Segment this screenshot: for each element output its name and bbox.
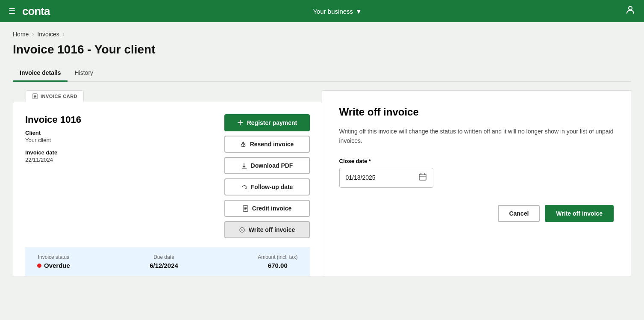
due-date-value: 6/12/2024 — [150, 262, 178, 269]
followup-date-button[interactable]: Follow-up date — [224, 178, 310, 196]
invoice-status-value: Overdue — [44, 262, 70, 269]
writeoff-panel: Write off invoice Writing off this invoi… — [322, 90, 632, 276]
followup-date-label: Follow-up date — [251, 184, 293, 190]
amount-value: 670.00 — [258, 262, 297, 269]
content-grid: INVOICE CARD Invoice 1016 Client Your cl… — [13, 90, 631, 276]
writeoff-invoice-label: Write off invoice — [249, 226, 295, 233]
amount-label: Amount (incl. tax) — [258, 254, 297, 260]
invoice-date-label: Invoice date — [25, 149, 81, 156]
svg-point-12 — [240, 228, 244, 232]
page-title: Invoice 1016 - Your client — [13, 43, 631, 56]
invoice-number: Invoice 1016 — [25, 114, 81, 125]
invoice-status-label: Invoice status — [37, 254, 70, 260]
writeoff-invoice-button[interactable]: Write off invoice — [224, 221, 310, 238]
breadcrumb-home[interactable]: Home — [13, 31, 29, 38]
due-date-item: Due date 6/12/2024 — [150, 254, 178, 269]
resend-invoice-label: Resend invoice — [250, 141, 294, 148]
svg-point-13 — [241, 229, 241, 230]
breadcrumb-sep-2: › — [63, 31, 65, 37]
business-selector[interactable]: Your business ▼ — [313, 8, 362, 15]
client-label: Client — [25, 130, 81, 136]
invoice-card: Invoice 1016 Client Your client Invoice … — [13, 102, 322, 276]
business-name: Your business — [313, 8, 353, 15]
svg-point-0 — [629, 6, 632, 10]
close-date-label: Close date * — [339, 158, 614, 164]
credit-invoice-label: Credit invoice — [252, 205, 292, 212]
register-payment-label: Register payment — [247, 119, 297, 126]
svg-rect-15 — [419, 174, 426, 180]
invoice-card-tab[interactable]: INVOICE CARD — [26, 90, 84, 102]
overdue-dot — [37, 264, 41, 268]
register-payment-button[interactable]: Register payment — [224, 114, 310, 131]
invoice-status-item: Invoice status Overdue — [37, 254, 70, 269]
invoice-card-tab-label: INVOICE CARD — [41, 94, 77, 99]
writeoff-description: Writing off this invoice will change the… — [339, 127, 614, 146]
calendar-icon[interactable] — [418, 172, 427, 183]
action-buttons: Register payment Resend invoice — [224, 114, 310, 238]
invoice-date-value: 22/11/2024 — [25, 157, 81, 163]
writeoff-actions: Cancel Write off invoice — [339, 205, 614, 222]
main-content: Home › Invoices › Invoice 1016 - Your cl… — [0, 22, 644, 285]
credit-invoice-button[interactable]: Credit invoice — [224, 200, 310, 217]
confirm-writeoff-button[interactable]: Write off invoice — [545, 205, 614, 222]
tab-bar: Invoice details History — [13, 65, 631, 82]
resend-invoice-button[interactable]: Resend invoice — [224, 136, 310, 153]
download-pdf-button[interactable]: Download PDF — [224, 157, 310, 174]
user-icon[interactable] — [625, 5, 635, 18]
top-navigation: ☰ conta Your business ▼ — [0, 0, 644, 22]
breadcrumb-sep-1: › — [32, 31, 34, 37]
tab-history[interactable]: History — [68, 65, 100, 82]
cancel-button[interactable]: Cancel — [498, 205, 540, 222]
due-date-label: Due date — [150, 254, 178, 260]
dropdown-arrow-icon: ▼ — [356, 8, 362, 15]
invoice-area: INVOICE CARD Invoice 1016 Client Your cl… — [13, 90, 322, 276]
svg-point-14 — [242, 229, 243, 230]
writeoff-title: Write off invoice — [339, 106, 614, 118]
amount-item: Amount (incl. tax) 670.00 — [258, 254, 297, 269]
close-date-value: 01/13/2025 — [346, 174, 376, 181]
logo: conta — [22, 5, 50, 18]
invoice-status-bar: Invoice status Overdue Due date 6/12/202… — [25, 247, 310, 276]
tab-invoice-details[interactable]: Invoice details — [13, 65, 68, 82]
breadcrumb-invoices[interactable]: Invoices — [37, 31, 59, 38]
client-value: Your client — [25, 137, 81, 143]
download-pdf-label: Download PDF — [251, 162, 293, 169]
hamburger-menu-icon[interactable]: ☰ — [9, 6, 15, 16]
invoice-status-badge: Overdue — [37, 262, 70, 269]
breadcrumb: Home › Invoices › — [13, 31, 631, 38]
close-date-input[interactable]: 01/13/2025 — [339, 168, 433, 188]
